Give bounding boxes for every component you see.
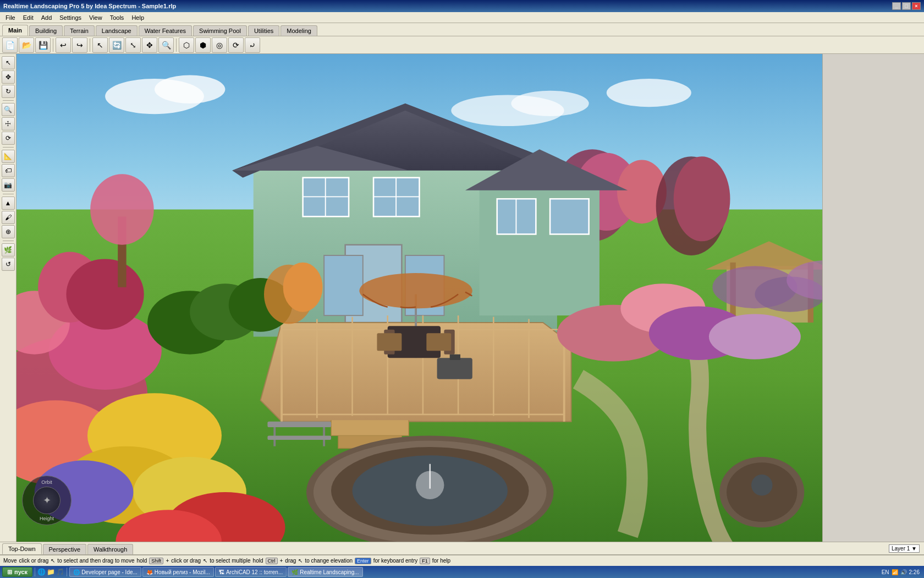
orbit-widget: Orbit ✦ Height — [22, 476, 72, 525]
taskbar-icon-ie[interactable]: 🌐 — [37, 568, 46, 576]
status-instruction: click or drag — [19, 558, 48, 564]
taskbar-item-0[interactable]: 🌐 Developer page - Ide... — [69, 567, 141, 577]
side-elevation[interactable]: ⊕ — [2, 225, 15, 238]
side-camera[interactable]: 📷 — [2, 178, 15, 192]
close-button[interactable]: × — [912, 2, 921, 10]
status-hold2: hold — [253, 558, 263, 564]
menu-tools[interactable]: Tools — [107, 13, 128, 22]
side-orbit[interactable]: ⟳ — [2, 132, 15, 145]
tray-icon-network: 📶 — [892, 569, 898, 575]
title-text: Realtime Landscaping Pro 5 by Idea Spect… — [3, 3, 176, 9]
status-help: for help — [432, 558, 450, 564]
menu-file[interactable]: File — [2, 13, 19, 22]
tab-terrain[interactable]: Terrain — [64, 25, 95, 36]
toolbar-pan[interactable]: ✥ — [142, 37, 157, 53]
view-tab-topdown[interactable]: Top-Down — [2, 543, 42, 554]
taskbar-item-1[interactable]: 🦊 Новый релиз - Mozil... — [142, 567, 214, 577]
svg-rect-85 — [267, 422, 331, 427]
side-sep2 — [3, 147, 14, 148]
svg-rect-88 — [267, 435, 331, 440]
menu-settings[interactable]: Settings — [56, 13, 85, 22]
toolbar-sep3 — [176, 39, 177, 52]
toolbar-rotate[interactable]: 🔄 — [109, 37, 124, 53]
shift-key: Shift — [149, 558, 163, 564]
tray-icon-volume: 🔊 — [900, 569, 907, 575]
maximize-button[interactable]: □ — [902, 2, 911, 10]
right-panel — [822, 54, 924, 542]
side-rotate[interactable]: ↻ — [2, 85, 15, 98]
tab-main[interactable]: Main — [2, 25, 28, 36]
side-plant[interactable]: 🌿 — [2, 243, 15, 257]
taskbar-item-2-icon: 🏗 — [219, 569, 224, 575]
menu-view[interactable]: View — [86, 13, 106, 22]
toolbar-view3[interactable]: ◎ — [212, 37, 227, 53]
toolbar-view2[interactable]: ⬢ — [195, 37, 211, 53]
layer-indicator[interactable]: Layer 1 ▼ — [889, 544, 920, 553]
taskbar-icon-folder[interactable]: 📁 — [47, 568, 55, 576]
toolbar: 📄 📂 💾 ↩ ↪ ↖ 🔄 ⤡ ✥ 🔍 ⬡ ⬢ ◎ ⟳ ⤾ — [0, 36, 924, 54]
tab-swimming-pool[interactable]: Swimming Pool — [193, 25, 247, 36]
viewport[interactable]: Orbit ✦ Height — [16, 54, 822, 542]
toolbar-select[interactable]: ↖ — [92, 37, 108, 53]
side-pan[interactable]: ☩ — [2, 117, 15, 130]
status-drag: drag — [285, 558, 296, 564]
toolbar-save[interactable]: 💾 — [35, 37, 51, 53]
statusbar: Move click or drag ↖ to select and then … — [0, 555, 924, 566]
tab-water-features[interactable]: Water Features — [139, 25, 192, 36]
svg-point-93 — [283, 263, 323, 312]
status-keyboard: for keyboard entry — [373, 558, 418, 564]
side-refresh[interactable]: ↺ — [2, 258, 15, 271]
toolbar-view4[interactable]: ⟳ — [228, 37, 244, 53]
view-tabs-bar: Top-Down Perspective Walkthrough Layer 1… — [0, 542, 924, 555]
view-tab-walkthrough[interactable]: Walkthrough — [87, 544, 133, 554]
taskbar-item-2-label: ArchiCAD 12 :: torren... — [226, 569, 283, 575]
taskbar-item-1-icon: 🦊 — [146, 569, 153, 575]
toolbar-scale[interactable]: ⤡ — [125, 37, 141, 53]
side-label[interactable]: 🏷 — [2, 164, 15, 177]
side-paint[interactable]: 🖌 — [2, 211, 15, 224]
start-label: пуск — [14, 569, 28, 575]
toolbar-view5[interactable]: ⤾ — [245, 37, 260, 53]
menu-edit[interactable]: Edit — [20, 13, 37, 22]
menu-help[interactable]: Help — [128, 13, 147, 22]
menu-add[interactable]: Add — [38, 13, 56, 22]
toolbar-new[interactable]: 📄 — [2, 37, 18, 53]
tabbar: Main Building Terrain Landscape Water Fe… — [0, 23, 924, 36]
side-sep3 — [3, 194, 14, 194]
minimize-button[interactable]: _ — [892, 2, 901, 10]
side-move[interactable]: ✥ — [2, 70, 15, 84]
taskbar-icon-media[interactable]: 🎵 — [56, 568, 64, 576]
orbit-label: Orbit — [41, 479, 52, 485]
side-terrain[interactable]: ▲ — [2, 197, 15, 210]
svg-rect-55 — [426, 333, 451, 351]
side-zoom[interactable]: 🔍 — [2, 103, 15, 116]
status-move: Move — [3, 558, 16, 564]
view-tab-perspective[interactable]: Perspective — [43, 544, 86, 554]
pointer-icon2: ↖ — [203, 558, 207, 564]
toolbar-undo[interactable]: ↩ — [56, 37, 71, 53]
tab-building[interactable]: Building — [29, 25, 63, 36]
taskbar-item-2[interactable]: 🏗 ArchiCAD 12 :: torren... — [215, 567, 287, 577]
start-button[interactable]: ⊞ пуск — [2, 567, 32, 577]
f1-key: F1 — [420, 558, 430, 564]
svg-point-5 — [607, 79, 691, 107]
tab-landscape[interactable]: Landscape — [96, 25, 138, 36]
tray-lang: EN — [882, 569, 889, 575]
tab-modeling[interactable]: Modeling — [280, 25, 317, 36]
toolbar-redo[interactable]: ↪ — [72, 37, 87, 53]
taskbar-item-3[interactable]: 🌿 Realtime Landscaping... — [288, 567, 362, 577]
taskbar: ⊞ пуск 🌐 📁 🎵 🌐 Developer page - Ide... 🦊… — [0, 566, 924, 578]
svg-point-2 — [155, 75, 225, 103]
side-measure[interactable]: 📐 — [2, 150, 15, 163]
toolbar-view1[interactable]: ⬡ — [179, 37, 194, 53]
svg-rect-54 — [377, 333, 402, 351]
toolbar-open[interactable]: 📂 — [19, 37, 34, 53]
toolbar-sep2 — [90, 39, 90, 52]
side-select[interactable]: ↖ — [2, 56, 15, 69]
taskbar-item-0-icon: 🌐 — [73, 569, 80, 575]
taskbar-sep1 — [35, 568, 35, 576]
status-elevation: to change elevation — [305, 558, 353, 564]
svg-point-82 — [66, 259, 144, 329]
toolbar-zoom-in[interactable]: 🔍 — [158, 37, 174, 53]
tab-utilities[interactable]: Utilities — [248, 25, 279, 36]
